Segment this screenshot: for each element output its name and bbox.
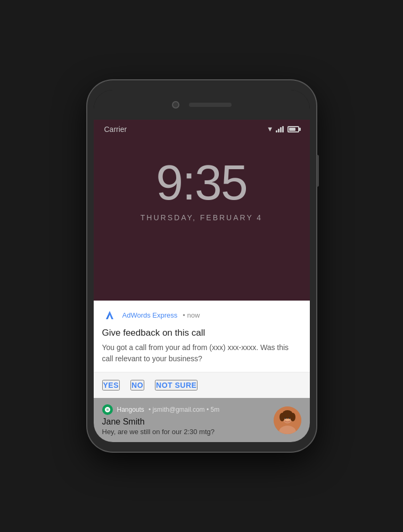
phone-top-bar <box>94 90 310 120</box>
notif-header: AdWords Express • now <box>94 301 310 327</box>
yes-button[interactable]: YES <box>102 380 120 390</box>
adwords-timestamp: • now <box>183 311 200 319</box>
svg-point-5 <box>279 413 285 421</box>
clock-date: THURSDAY, FEBRUARY 4 <box>104 213 299 222</box>
hangouts-notif-header: Hangouts • jsmith@gmail.com • 5m <box>102 404 267 415</box>
adwords-notif-body: You got a call from your ad from (xxx) x… <box>94 342 310 372</box>
adwords-notif-title: Give feedback on this call <box>94 327 310 342</box>
hangouts-info: • jsmith@gmail.com • 5m <box>149 406 219 413</box>
not-sure-button[interactable]: NOT SURE <box>155 380 198 390</box>
front-camera <box>172 101 179 109</box>
clock-area: 9:35 THURSDAY, FEBRUARY 4 <box>94 137 310 238</box>
svg-point-7 <box>284 417 286 419</box>
earpiece-speaker <box>189 103 232 107</box>
svg-point-8 <box>289 417 290 419</box>
adwords-logo-icon <box>102 308 117 323</box>
status-icons: ▼ <box>267 125 299 133</box>
svg-point-6 <box>290 413 295 421</box>
hangouts-logo-icon <box>104 406 111 413</box>
adwords-notification: AdWords Express • now Give feedback on t… <box>94 301 310 398</box>
signal-icon <box>276 126 284 132</box>
hangouts-icon <box>102 404 113 415</box>
hangouts-notification: Hangouts • jsmith@gmail.com • 5m Jane Sm… <box>94 398 310 442</box>
avatar <box>274 406 301 434</box>
battery-icon <box>287 126 299 132</box>
status-bar: Carrier ▼ <box>94 120 310 137</box>
hangouts-app-name: Hangouts <box>117 406 144 413</box>
phone-device: Carrier ▼ <box>87 80 316 452</box>
phone-screen: Carrier ▼ <box>94 90 310 442</box>
wifi-icon: ▼ <box>267 125 274 133</box>
no-button[interactable]: NO <box>130 380 144 390</box>
avatar-image <box>274 406 301 434</box>
hangouts-message: Hey, are we still on for our 2:30 mtg? <box>102 428 267 436</box>
hangouts-notif-content: Hangouts • jsmith@gmail.com • 5m Jane Sm… <box>102 404 267 436</box>
adwords-app-name: AdWords Express <box>122 311 178 319</box>
lock-screen: Carrier ▼ <box>94 120 310 301</box>
carrier-label: Carrier <box>104 125 127 134</box>
clock-time: 9:35 <box>104 158 299 207</box>
adwords-notif-actions: YES NO NOT SURE <box>94 372 310 398</box>
hangouts-sender: Jane Smith <box>102 417 267 427</box>
